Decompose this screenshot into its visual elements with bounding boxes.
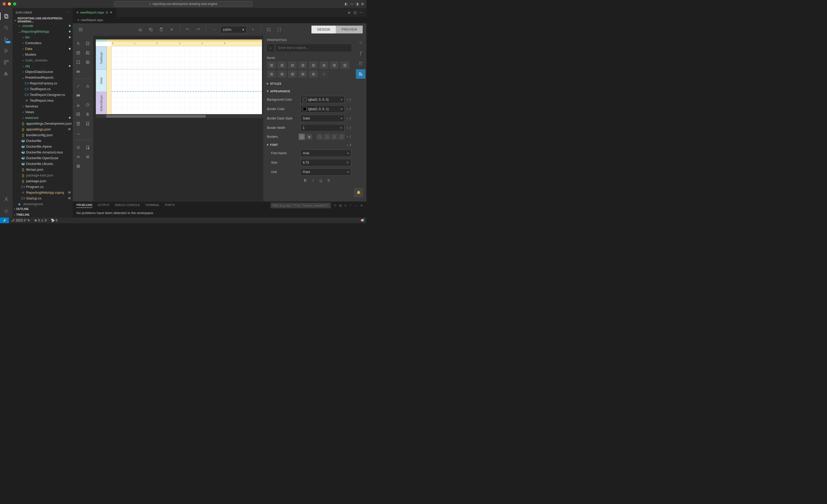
view-as-tree-icon[interactable]: ≡ [345, 204, 346, 207]
pagebreak-tool-icon[interactable] [74, 153, 82, 161]
remote-button[interactable]: ⚡ [0, 218, 9, 223]
checkbox-tool-icon[interactable] [84, 40, 92, 47]
compare-changes-icon[interactable]: ⇄ [348, 11, 350, 14]
band-detail[interactable] [111, 69, 262, 92]
border-top-btn[interactable]: ▢ [324, 133, 330, 140]
layout-secondary-icon[interactable]: ◨ [356, 2, 358, 6]
maximize-window[interactable] [13, 2, 16, 5]
pdf-tool-icon[interactable]: PDF [84, 120, 92, 127]
tree-folder[interactable]: ›bin [12, 34, 73, 40]
preview-button[interactable]: PREVIEW [336, 25, 363, 34]
chevron-down-icon[interactable]: ⌄ [355, 204, 357, 207]
reset-icon[interactable]: ▪ [347, 117, 348, 120]
line-tool-icon[interactable] [74, 82, 82, 90]
menu-icon[interactable] [77, 25, 85, 34]
strike-btn[interactable]: S [326, 178, 331, 183]
redo-icon[interactable] [194, 25, 202, 34]
props-search-input[interactable] [276, 44, 351, 52]
tree-file[interactable]: {}appsettings.jsonM [12, 126, 73, 132]
border-left-btn[interactable]: ▢ [317, 133, 323, 140]
band-label-bottommargin[interactable]: BottomMargin [96, 92, 107, 114]
pageinfo-tool-icon[interactable] [84, 144, 92, 151]
border-width-input[interactable]: 1⥮ [300, 124, 345, 131]
tree-file[interactable]: 🐳Dockerfile.Ubuntu [12, 161, 73, 167]
project-section[interactable]: ⌄REPORTING-USE-DEVEXPRESS-DRAWING... [12, 17, 73, 23]
properties-tab-icon[interactable] [356, 38, 366, 47]
editor-tab[interactable]: ≡ newReport.repx U ✕ [73, 8, 116, 17]
tree-file[interactable]: {}libman.json [12, 167, 73, 172]
expression-icon[interactable]: ƒ [349, 117, 351, 120]
delete-icon[interactable]: ✕ [167, 25, 176, 34]
underline-btn[interactable]: U [318, 178, 324, 183]
character-comb-tool-icon[interactable] [74, 68, 82, 75]
band-type-btn[interactable]: ▤ [340, 61, 349, 69]
ruler-horizontal[interactable]: 0 1 2 3 4 5 [111, 42, 262, 46]
split-editor-icon[interactable]: ◫ [353, 11, 356, 14]
font-section[interactable]: ▾ FONT▪ƒ [263, 141, 355, 149]
band-type-btn[interactable]: ▤ [330, 61, 339, 69]
tree-file[interactable]: {}appsettings.Development.json [12, 120, 73, 126]
paste-icon[interactable] [157, 25, 165, 34]
tree-folder[interactable]: ›wwwroot [12, 115, 73, 120]
crossband-box-tool-icon[interactable] [74, 162, 82, 170]
tree-file[interactable]: {}bundleconfig.json [12, 132, 73, 138]
zoom-in-icon[interactable]: + [249, 25, 257, 34]
cut-icon[interactable] [136, 25, 144, 34]
tree-folder[interactable]: ›Views [12, 109, 73, 115]
run-debug-icon[interactable] [3, 47, 10, 54]
expression-icon[interactable]: ƒ [349, 135, 351, 138]
errors-warnings[interactable]: ⊗ 0 ⚠ 0 [32, 219, 48, 222]
output-tab[interactable]: OUTPUT [98, 204, 109, 208]
command-center[interactable]: ⌕ reporting-use-devexpress-drawing-skia-… [114, 1, 252, 7]
font-size-input[interactable]: 9.75⥮ [300, 159, 351, 166]
sparkline-tool-icon[interactable] [74, 110, 82, 118]
tree-file[interactable]: ◆.dockerignore [12, 201, 73, 206]
tree-file[interactable]: 🐳Dockerfile.AmazonLinux [12, 149, 73, 155]
band-type-btn[interactable]: ▤ [288, 61, 297, 69]
band-type-btn[interactable]: ▤ [267, 70, 276, 78]
layout-panel-icon[interactable]: ▭ [350, 2, 353, 6]
tree-folder[interactable]: ›.vscode [12, 23, 73, 29]
band-type-btn[interactable]: ▤ [288, 70, 297, 78]
undo-icon[interactable] [184, 25, 192, 34]
reset-icon[interactable]: ▪ [347, 107, 348, 111]
band-type-btn[interactable]: ▤ [319, 61, 328, 69]
band-type-btn[interactable]: ▤ [309, 70, 318, 78]
copy-icon[interactable] [147, 25, 155, 34]
font-unit-input[interactable]: Point▾ [300, 168, 351, 176]
tree-file[interactable]: C#TestReport.cs [12, 86, 73, 92]
explorer-icon[interactable] [3, 12, 10, 20]
label-tool-icon[interactable] [74, 40, 82, 47]
band-type-btn[interactable]: ▤ [298, 70, 307, 78]
band-bottommargin[interactable] [111, 92, 262, 114]
gauge-tool-icon[interactable] [84, 101, 92, 109]
scrollbar-horizontal[interactable] [96, 115, 263, 118]
fields-tab-icon[interactable] [356, 59, 366, 68]
band-type-btn[interactable]: ▤ [278, 70, 286, 78]
band-label-topmargin[interactable]: TopMargin [96, 46, 107, 69]
layout-custom-icon[interactable]: ⊞ [361, 2, 364, 6]
border-bottom-btn[interactable]: ▢ [338, 133, 345, 140]
close-window[interactable] [3, 2, 6, 5]
border-color-input[interactable]: rgba(0, 0, 0, 1)▾ [300, 105, 345, 113]
source-control-icon[interactable]: 209 [3, 36, 10, 43]
git-branch[interactable]: ⎇ 2023.1* ↻ [9, 219, 32, 222]
debug-console-tab[interactable]: DEBUG CONSOLE [115, 204, 140, 208]
expression-icon[interactable]: ƒ [349, 98, 351, 101]
problems-filter-input[interactable] [271, 203, 331, 208]
outline-section[interactable]: ›OUTLINE [12, 206, 73, 212]
report-explorer-tab-icon[interactable] [356, 69, 366, 79]
band-type-btn[interactable]: ▤ [267, 61, 276, 69]
tree-file[interactable]: ≡TestReport.resx [12, 98, 73, 103]
layout-primary-icon[interactable]: ◧ [345, 2, 348, 6]
chevron-up-icon[interactable]: ⌃ [349, 204, 352, 207]
band-type-btn[interactable]: ▤ [278, 61, 286, 69]
tree-folder[interactable]: ⌄PredefinedReports [12, 74, 73, 80]
border-dash-input[interactable]: Solid▾ [300, 115, 345, 122]
tree-folder[interactable]: ›ObjectDataSource [12, 69, 73, 74]
reset-icon[interactable]: ▪ [347, 143, 348, 147]
borders-all-btn[interactable]: ▣ [306, 133, 312, 140]
border-right-btn[interactable]: ▢ [331, 133, 337, 140]
extensions-icon[interactable] [3, 59, 10, 66]
band-type-btn[interactable]: ▤ [298, 61, 307, 69]
